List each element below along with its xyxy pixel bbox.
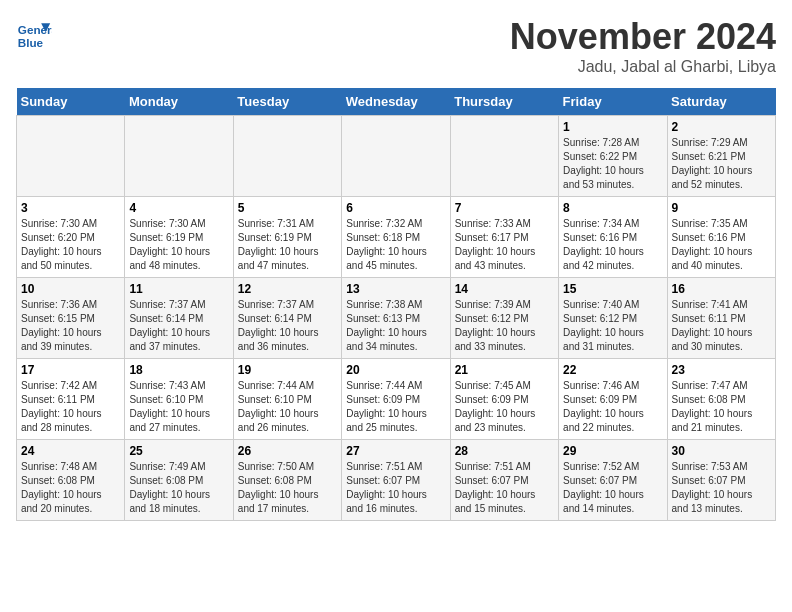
day-number: 5 <box>238 201 337 215</box>
calendar-table: SundayMondayTuesdayWednesdayThursdayFrid… <box>16 88 776 521</box>
weekday-header: Friday <box>559 88 667 116</box>
day-info: Sunrise: 7:50 AMSunset: 6:08 PMDaylight:… <box>238 460 337 516</box>
calendar-cell: 7Sunrise: 7:33 AMSunset: 6:17 PMDaylight… <box>450 197 558 278</box>
day-info: Sunrise: 7:51 AMSunset: 6:07 PMDaylight:… <box>346 460 445 516</box>
calendar-cell: 16Sunrise: 7:41 AMSunset: 6:11 PMDayligh… <box>667 278 775 359</box>
calendar-cell <box>450 116 558 197</box>
day-info: Sunrise: 7:47 AMSunset: 6:08 PMDaylight:… <box>672 379 771 435</box>
calendar-cell: 30Sunrise: 7:53 AMSunset: 6:07 PMDayligh… <box>667 440 775 521</box>
day-number: 8 <box>563 201 662 215</box>
calendar-cell: 25Sunrise: 7:49 AMSunset: 6:08 PMDayligh… <box>125 440 233 521</box>
calendar-cell: 4Sunrise: 7:30 AMSunset: 6:19 PMDaylight… <box>125 197 233 278</box>
day-info: Sunrise: 7:32 AMSunset: 6:18 PMDaylight:… <box>346 217 445 273</box>
day-number: 2 <box>672 120 771 134</box>
day-info: Sunrise: 7:28 AMSunset: 6:22 PMDaylight:… <box>563 136 662 192</box>
day-number: 22 <box>563 363 662 377</box>
calendar-cell: 13Sunrise: 7:38 AMSunset: 6:13 PMDayligh… <box>342 278 450 359</box>
calendar-cell: 21Sunrise: 7:45 AMSunset: 6:09 PMDayligh… <box>450 359 558 440</box>
day-number: 7 <box>455 201 554 215</box>
day-number: 20 <box>346 363 445 377</box>
calendar-cell: 6Sunrise: 7:32 AMSunset: 6:18 PMDaylight… <box>342 197 450 278</box>
day-number: 28 <box>455 444 554 458</box>
calendar-cell: 24Sunrise: 7:48 AMSunset: 6:08 PMDayligh… <box>17 440 125 521</box>
day-number: 17 <box>21 363 120 377</box>
calendar-cell: 11Sunrise: 7:37 AMSunset: 6:14 PMDayligh… <box>125 278 233 359</box>
calendar-cell: 14Sunrise: 7:39 AMSunset: 6:12 PMDayligh… <box>450 278 558 359</box>
calendar-cell: 27Sunrise: 7:51 AMSunset: 6:07 PMDayligh… <box>342 440 450 521</box>
day-number: 13 <box>346 282 445 296</box>
calendar-cell: 19Sunrise: 7:44 AMSunset: 6:10 PMDayligh… <box>233 359 341 440</box>
day-info: Sunrise: 7:38 AMSunset: 6:13 PMDaylight:… <box>346 298 445 354</box>
day-number: 6 <box>346 201 445 215</box>
day-number: 4 <box>129 201 228 215</box>
logo-icon: General Blue <box>16 16 52 52</box>
title-area: November 2024 Jadu, Jabal al Gharbi, Lib… <box>510 16 776 76</box>
day-info: Sunrise: 7:33 AMSunset: 6:17 PMDaylight:… <box>455 217 554 273</box>
day-number: 29 <box>563 444 662 458</box>
day-info: Sunrise: 7:40 AMSunset: 6:12 PMDaylight:… <box>563 298 662 354</box>
weekday-header: Tuesday <box>233 88 341 116</box>
day-info: Sunrise: 7:52 AMSunset: 6:07 PMDaylight:… <box>563 460 662 516</box>
calendar-cell <box>125 116 233 197</box>
weekday-header: Wednesday <box>342 88 450 116</box>
day-number: 27 <box>346 444 445 458</box>
day-info: Sunrise: 7:29 AMSunset: 6:21 PMDaylight:… <box>672 136 771 192</box>
calendar-cell: 9Sunrise: 7:35 AMSunset: 6:16 PMDaylight… <box>667 197 775 278</box>
calendar-cell: 15Sunrise: 7:40 AMSunset: 6:12 PMDayligh… <box>559 278 667 359</box>
day-info: Sunrise: 7:30 AMSunset: 6:20 PMDaylight:… <box>21 217 120 273</box>
day-info: Sunrise: 7:37 AMSunset: 6:14 PMDaylight:… <box>129 298 228 354</box>
day-number: 15 <box>563 282 662 296</box>
calendar-cell: 20Sunrise: 7:44 AMSunset: 6:09 PMDayligh… <box>342 359 450 440</box>
day-info: Sunrise: 7:43 AMSunset: 6:10 PMDaylight:… <box>129 379 228 435</box>
logo: General Blue <box>16 16 52 52</box>
calendar-week-row: 24Sunrise: 7:48 AMSunset: 6:08 PMDayligh… <box>17 440 776 521</box>
calendar-cell: 1Sunrise: 7:28 AMSunset: 6:22 PMDaylight… <box>559 116 667 197</box>
weekday-header: Sunday <box>17 88 125 116</box>
calendar-cell: 18Sunrise: 7:43 AMSunset: 6:10 PMDayligh… <box>125 359 233 440</box>
calendar-cell: 17Sunrise: 7:42 AMSunset: 6:11 PMDayligh… <box>17 359 125 440</box>
calendar-cell: 28Sunrise: 7:51 AMSunset: 6:07 PMDayligh… <box>450 440 558 521</box>
day-number: 18 <box>129 363 228 377</box>
day-number: 21 <box>455 363 554 377</box>
day-info: Sunrise: 7:53 AMSunset: 6:07 PMDaylight:… <box>672 460 771 516</box>
day-info: Sunrise: 7:34 AMSunset: 6:16 PMDaylight:… <box>563 217 662 273</box>
weekday-header: Saturday <box>667 88 775 116</box>
weekday-header-row: SundayMondayTuesdayWednesdayThursdayFrid… <box>17 88 776 116</box>
day-number: 26 <box>238 444 337 458</box>
page-header: General Blue November 2024 Jadu, Jabal a… <box>16 16 776 76</box>
day-info: Sunrise: 7:36 AMSunset: 6:15 PMDaylight:… <box>21 298 120 354</box>
calendar-cell: 26Sunrise: 7:50 AMSunset: 6:08 PMDayligh… <box>233 440 341 521</box>
calendar-week-row: 17Sunrise: 7:42 AMSunset: 6:11 PMDayligh… <box>17 359 776 440</box>
day-number: 23 <box>672 363 771 377</box>
calendar-cell: 29Sunrise: 7:52 AMSunset: 6:07 PMDayligh… <box>559 440 667 521</box>
day-info: Sunrise: 7:46 AMSunset: 6:09 PMDaylight:… <box>563 379 662 435</box>
day-number: 14 <box>455 282 554 296</box>
location-title: Jadu, Jabal al Gharbi, Libya <box>510 58 776 76</box>
day-info: Sunrise: 7:39 AMSunset: 6:12 PMDaylight:… <box>455 298 554 354</box>
day-info: Sunrise: 7:42 AMSunset: 6:11 PMDaylight:… <box>21 379 120 435</box>
weekday-header: Thursday <box>450 88 558 116</box>
day-number: 24 <box>21 444 120 458</box>
calendar-cell <box>17 116 125 197</box>
day-info: Sunrise: 7:48 AMSunset: 6:08 PMDaylight:… <box>21 460 120 516</box>
day-info: Sunrise: 7:41 AMSunset: 6:11 PMDaylight:… <box>672 298 771 354</box>
day-info: Sunrise: 7:35 AMSunset: 6:16 PMDaylight:… <box>672 217 771 273</box>
day-info: Sunrise: 7:49 AMSunset: 6:08 PMDaylight:… <box>129 460 228 516</box>
calendar-cell: 22Sunrise: 7:46 AMSunset: 6:09 PMDayligh… <box>559 359 667 440</box>
day-info: Sunrise: 7:31 AMSunset: 6:19 PMDaylight:… <box>238 217 337 273</box>
day-info: Sunrise: 7:37 AMSunset: 6:14 PMDaylight:… <box>238 298 337 354</box>
calendar-cell <box>233 116 341 197</box>
calendar-cell: 10Sunrise: 7:36 AMSunset: 6:15 PMDayligh… <box>17 278 125 359</box>
day-number: 19 <box>238 363 337 377</box>
day-info: Sunrise: 7:51 AMSunset: 6:07 PMDaylight:… <box>455 460 554 516</box>
day-info: Sunrise: 7:44 AMSunset: 6:10 PMDaylight:… <box>238 379 337 435</box>
day-number: 10 <box>21 282 120 296</box>
day-info: Sunrise: 7:45 AMSunset: 6:09 PMDaylight:… <box>455 379 554 435</box>
day-number: 3 <box>21 201 120 215</box>
svg-text:Blue: Blue <box>18 36 44 49</box>
calendar-week-row: 3Sunrise: 7:30 AMSunset: 6:20 PMDaylight… <box>17 197 776 278</box>
day-number: 11 <box>129 282 228 296</box>
day-number: 9 <box>672 201 771 215</box>
calendar-cell: 23Sunrise: 7:47 AMSunset: 6:08 PMDayligh… <box>667 359 775 440</box>
day-number: 25 <box>129 444 228 458</box>
